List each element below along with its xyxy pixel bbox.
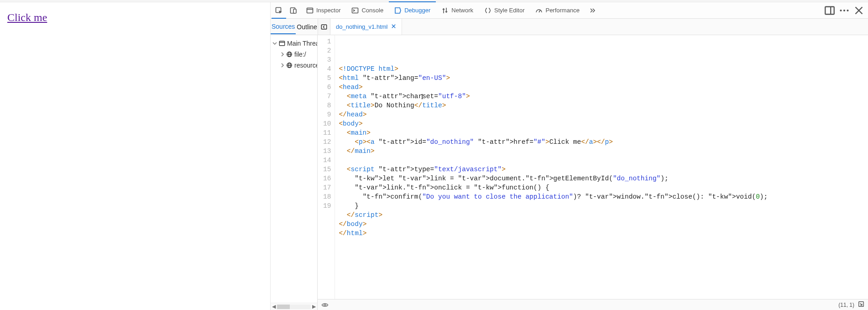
line-number[interactable]: 1 [323,37,331,46]
watch-expressions-icon[interactable] [321,301,329,309]
collapse-sources-pane-button[interactable] [318,19,330,35]
tab-label: Debugger [404,7,430,14]
code-line[interactable]: } [339,201,768,210]
line-number[interactable]: 3 [323,55,331,64]
sources-tab[interactable]: Sources [271,19,296,34]
svg-rect-7 [825,6,834,14]
dock-side-button[interactable] [824,5,835,16]
tree-label: file:/ [294,51,306,58]
tree-label: resource:// [294,62,318,69]
sources-outline-tabs: Sources Outline [271,19,318,35]
line-number[interactable]: 15 [323,165,331,174]
sources-tree-pane: Main Thread file:/ resource:// ◀ [271,35,318,310]
line-number[interactable]: 9 [323,110,331,119]
line-number[interactable]: 4 [323,64,331,74]
scroll-left-icon[interactable]: ◀ [271,304,277,310]
editor-status-bar: (11, 1) [318,299,868,310]
tab-style-editor[interactable]: Style Editor [479,2,530,18]
code-line[interactable]: </head> [339,110,768,119]
code-line[interactable]: <!DOCTYPE html> [339,64,768,74]
file-tab-do-nothing[interactable]: do_nothing_v1.html [330,19,402,35]
line-number[interactable]: 10 [323,119,331,128]
scroll-right-icon[interactable]: ▶ [311,304,317,310]
code-line[interactable]: <meta "t-attr">charset="utf-8"> [339,92,768,101]
code-line[interactable]: <script "t-attr">type="text/javascript"> [339,165,768,174]
line-number[interactable]: 8 [323,101,331,110]
main-area: Click me Inspector Console Debugger [0,2,868,310]
svg-point-25 [324,304,326,306]
line-number[interactable]: 11 [323,128,331,137]
code-line[interactable]: "t-fn">confirm("Do you want to close the… [339,192,768,201]
responsive-mode-button[interactable] [286,2,301,18]
tab-network[interactable]: Network [436,2,479,18]
code-line[interactable]: <body> [339,119,768,128]
svg-rect-14 [321,25,326,29]
code-line[interactable]: </html> [339,229,768,238]
dock-icon [824,5,835,16]
code-line[interactable]: "t-kw">let "t-var">link = "t-var">docume… [339,174,768,183]
console-icon [351,7,359,14]
line-number[interactable]: 17 [323,183,331,192]
tab-console[interactable]: Console [346,2,389,18]
performance-icon [535,7,543,14]
tree-horizontal-scrollbar[interactable]: ◀ ▶ [271,303,317,310]
tree-label: Main Thread [287,40,318,47]
kebab-menu-button[interactable] [839,5,850,16]
eye-icon [321,301,329,309]
line-number[interactable]: 19 [323,201,331,210]
file-tab-close-button[interactable] [391,23,396,30]
globe-icon [286,51,293,58]
code-editor: 12345678910111213141516171819 I <!DOCTYP… [318,35,868,310]
tab-performance[interactable]: Performance [530,2,585,18]
code-line[interactable]: "t-var">link."t-fn">onclick = "t-kw">fun… [339,183,768,192]
click-me-link[interactable]: Click me [7,11,47,23]
element-picker-button[interactable] [272,2,286,18]
line-number[interactable]: 18 [323,192,331,201]
code-content[interactable]: I <!DOCTYPE html><html "t-attr">lang="en… [335,35,768,299]
collapse-left-icon [321,24,327,30]
devtools-panel: Inspector Console Debugger Network Style… [270,2,868,310]
responsive-icon [290,7,297,14]
debugger-subheader: Sources Outline do_nothing_v1.html [271,19,868,35]
code-line[interactable]: <main> [339,128,768,137]
tabs-overflow-button[interactable] [585,2,600,18]
line-number[interactable]: 7 [323,92,331,101]
text-cursor-icon: I [421,92,423,101]
code-scroll-area[interactable]: 12345678910111213141516171819 I <!DOCTYP… [318,35,868,299]
network-icon [441,7,449,14]
line-number[interactable]: 14 [323,156,331,165]
tab-debugger[interactable]: Debugger [389,2,436,18]
code-line[interactable] [339,156,768,165]
line-number[interactable]: 13 [323,147,331,156]
code-line[interactable]: </script> [339,210,768,220]
svg-point-11 [847,9,848,11]
tree-main-thread[interactable]: Main Thread [271,38,317,49]
chevron-right-icon [281,52,284,57]
code-line[interactable]: <head> [339,83,768,92]
globe-icon [286,62,293,68]
line-number-gutter[interactable]: 12345678910111213141516171819 [318,35,335,299]
close-devtools-button[interactable] [853,5,864,16]
tab-label: Network [451,7,473,14]
line-number[interactable]: 12 [323,137,331,147]
code-line[interactable]: <html "t-attr">lang="en-US"> [339,74,768,83]
source-map-toggle[interactable] [858,301,864,309]
window-icon [279,40,285,47]
debugger-body: Main Thread file:/ resource:// ◀ [271,35,868,310]
outline-tab[interactable]: Outline [296,23,318,31]
debugger-icon [394,7,402,14]
tree-resource-origin[interactable]: resource:// [271,60,317,71]
line-number[interactable]: 6 [323,83,331,92]
chevrons-right-icon [589,7,596,14]
code-line[interactable]: <p><a "t-attr">id="do_nothing" "t-attr">… [339,137,768,147]
code-line[interactable]: </main> [339,147,768,156]
code-line[interactable]: <title>Do Nothing</title> [339,101,768,110]
code-line[interactable]: </body> [339,220,768,229]
line-number[interactable]: 2 [323,46,331,55]
line-number[interactable]: 5 [323,74,331,83]
tree-file-origin[interactable]: file:/ [271,49,317,60]
chevron-right-icon [281,63,284,68]
line-number[interactable]: 16 [323,174,331,183]
tab-inspector[interactable]: Inspector [301,2,346,18]
file-tabs: do_nothing_v1.html [330,19,868,35]
